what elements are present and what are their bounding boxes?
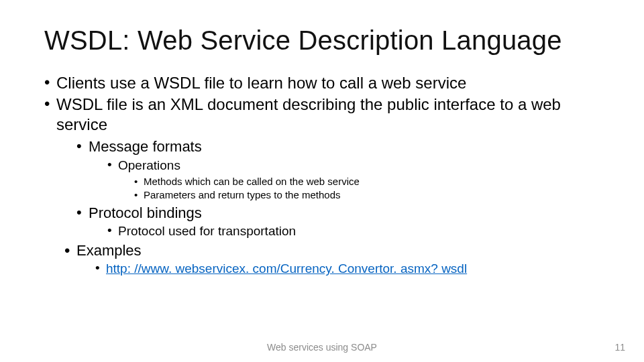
bullet-text: Message formats (89, 138, 202, 155)
bullet-lvl2: Protocol bindings Protocol used for tran… (76, 204, 600, 240)
bullet-list: Clients use a WSDL file to learn how to … (44, 73, 600, 278)
slide: WSDL: Web Service Description Language C… (0, 0, 644, 362)
bullet-lvl1: WSDL file is an XML document describing … (44, 95, 600, 240)
bullet-lvl4: Parameters and return types to the metho… (134, 188, 600, 202)
footer-text: Web services using SOAP (0, 342, 644, 353)
bullet-text: Protocol bindings (89, 204, 202, 221)
bullet-text: Protocol used for transportation (118, 224, 296, 238)
bullet-lvl1: Examples http: //www. webservicex. com/C… (64, 241, 600, 278)
bullet-text: Clients use a WSDL file to learn how to … (56, 74, 466, 92)
bullet-text: Operations (118, 158, 180, 172)
bullet-lvl3: Operations Methods which can be called o… (107, 158, 600, 202)
bullet-text: Methods which can be called on the web s… (144, 176, 360, 187)
bullet-lvl3: http: //www. webservicex. com/Currency. … (95, 261, 600, 278)
bullet-lvl2: Message formats Operations Methods which… (76, 137, 600, 202)
bullet-lvl3: Protocol used for transportation (107, 223, 600, 240)
bullet-lvl1: Clients use a WSDL file to learn how to … (44, 73, 600, 93)
bullet-text: WSDL file is an XML document describing … (56, 95, 561, 133)
page-number: 11 (614, 342, 625, 353)
bullet-text: Examples (76, 242, 142, 259)
bullet-text: Parameters and return types to the metho… (144, 189, 341, 200)
slide-title: WSDL: Web Service Description Language (44, 25, 600, 56)
bullet-lvl4: Methods which can be called on the web s… (134, 175, 600, 188)
example-link[interactable]: http: //www. webservicex. com/Currency. … (106, 261, 467, 276)
